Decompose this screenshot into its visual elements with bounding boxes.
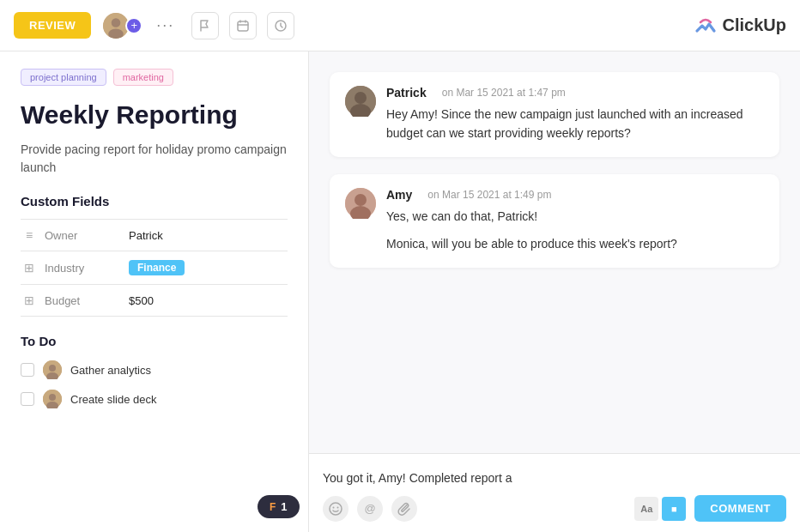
todo-avatar-2 <box>43 390 62 408</box>
comment-body-inner: Patrick on Mar 15 2021 at 1:47 pm Hey Am… <box>345 86 764 143</box>
commenter-name-patrick: Patrick <box>386 86 427 100</box>
top-bar-right: ClickUp <box>694 14 786 38</box>
tag-project-planning[interactable]: project planning <box>21 69 106 86</box>
add-member-button[interactable]: + <box>125 17 142 34</box>
cf-row-owner: ≡ Owner Patrick <box>21 220 288 251</box>
flag-icon-button[interactable] <box>191 12 219 39</box>
svg-rect-3 <box>238 21 248 31</box>
svg-point-19 <box>337 506 339 508</box>
grid-icon: ⊞ <box>21 261 38 275</box>
clock-icon-button[interactable] <box>267 12 294 39</box>
at-mention-button[interactable]: @ <box>357 496 383 522</box>
comment-card-patrick: Patrick on Mar 15 2021 at 1:47 pm Hey Am… <box>330 72 779 157</box>
emoji-button[interactable] <box>323 496 348 522</box>
todo-checkbox-1[interactable] <box>21 363 34 377</box>
comment-body-patrick: Hey Amy! Since the new campaign just lau… <box>386 105 764 143</box>
svg-point-6 <box>49 365 56 372</box>
comment-card-amy: Amy on Mar 15 2021 at 1:49 pm Yes, we ca… <box>330 174 779 268</box>
input-controls: @ Aa ■ COMMENT <box>323 495 786 522</box>
tags-row: project planning marketing <box>21 69 288 86</box>
left-panel: project planning marketing Weekly Report… <box>0 51 309 532</box>
cf-badge-industry: Finance <box>129 260 185 275</box>
list-icon: ≡ <box>21 228 38 242</box>
svg-point-17 <box>330 503 342 515</box>
cf-label-owner: Owner <box>45 229 122 242</box>
svg-point-2 <box>108 28 124 39</box>
comment-body-inner-amy: Amy on Mar 15 2021 at 1:49 pm Yes, we ca… <box>345 188 764 254</box>
cf-label-budget: Budget <box>45 294 122 307</box>
comment-submit-button[interactable]: COMMENT <box>694 495 786 522</box>
cf-row-budget: ⊞ Budget $500 <box>21 285 288 317</box>
todo-avatar-1 <box>43 360 62 379</box>
page-description: Provide pacing report for holiday promo … <box>21 141 288 177</box>
badge-count: 1 <box>281 500 287 513</box>
comment-time-amy: on Mar 15 2021 at 1:49 pm <box>427 189 551 201</box>
custom-fields-table: ≡ Owner Patrick ⊞ Industry Finance ⊞ Bud… <box>21 219 288 317</box>
todo-text-1: Gather analytics <box>70 364 151 377</box>
top-bar: REVIEW + ··· <box>0 0 800 51</box>
input-area: You got it, Amy! Completed report a @ <box>309 453 800 532</box>
avatar-group: + <box>101 11 142 40</box>
comment-avatar-patrick <box>345 86 376 117</box>
comments-area: Patrick on Mar 15 2021 at 1:47 pm Hey Am… <box>309 51 800 453</box>
count-badge[interactable]: F 1 <box>258 495 300 518</box>
custom-fields-title: Custom Fields <box>21 194 288 209</box>
todo-title: To Do <box>21 334 288 348</box>
tag-marketing[interactable]: marketing <box>113 69 173 86</box>
todo-item-2: Create slide deck <box>21 390 288 408</box>
page-title: Weekly Reporting <box>21 100 288 130</box>
top-bar-center <box>174 12 693 39</box>
comment-content-patrick: Patrick on Mar 15 2021 at 1:47 pm Hey Am… <box>386 86 764 143</box>
svg-point-9 <box>49 394 56 401</box>
todo-section: To Do Gather analytics <box>21 334 288 408</box>
comment-body1-amy: Yes, we can do that, Patrick! <box>386 207 677 226</box>
svg-point-12 <box>355 92 367 104</box>
comment-avatar-amy <box>345 188 376 219</box>
comment-content-amy: Amy on Mar 15 2021 at 1:49 pm Yes, we ca… <box>386 188 677 254</box>
review-button[interactable]: REVIEW <box>14 12 91 39</box>
format-buttons: Aa ■ <box>634 497 686 521</box>
calendar-icon-button[interactable] <box>229 12 257 39</box>
logo-text: ClickUp <box>723 15 786 35</box>
svg-point-1 <box>112 18 121 27</box>
todo-checkbox-2[interactable] <box>21 392 34 406</box>
draft-text[interactable]: You got it, Amy! Completed report a <box>323 464 786 495</box>
comment-header-patrick: Patrick on Mar 15 2021 at 1:47 pm <box>386 86 764 100</box>
right-panel: Patrick on Mar 15 2021 at 1:47 pm Hey Am… <box>309 51 800 532</box>
attachment-button[interactable] <box>391 496 417 522</box>
clickup-logo: ClickUp <box>694 14 786 38</box>
todo-item-1: Gather analytics <box>21 360 288 379</box>
comment-time-patrick: on Mar 15 2021 at 1:47 pm <box>442 87 566 99</box>
cf-row-industry: ⊞ Industry Finance <box>21 251 288 285</box>
svg-point-15 <box>355 194 367 206</box>
comment-header-amy: Amy on Mar 15 2021 at 1:49 pm <box>386 188 677 202</box>
badge-icon: F <box>270 501 276 513</box>
grid-icon-2: ⊞ <box>21 293 38 307</box>
text-format-button[interactable]: Aa <box>634 497 658 521</box>
cf-value-owner: Patrick <box>129 229 163 242</box>
todo-text-2: Create slide deck <box>70 393 156 406</box>
more-options-button[interactable]: ··· <box>156 16 174 34</box>
cf-label-industry: Industry <box>45 262 122 275</box>
send-format-button[interactable]: ■ <box>662 497 686 521</box>
main-content: project planning marketing Weekly Report… <box>0 51 800 532</box>
svg-point-18 <box>333 506 335 508</box>
cf-value-budget: $500 <box>129 294 154 307</box>
comment-body2-amy: Monica, will you be able to produce this… <box>386 234 677 253</box>
commenter-name-amy: Amy <box>386 188 412 202</box>
